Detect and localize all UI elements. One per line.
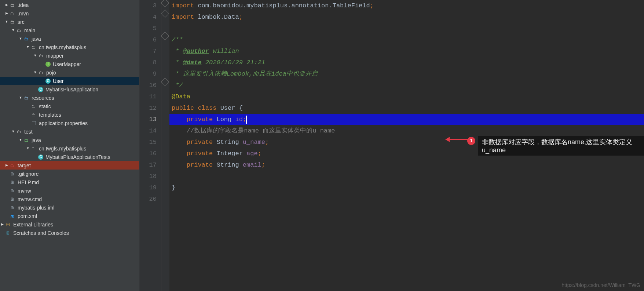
code-line[interactable] (169, 171, 644, 182)
line-number[interactable]: 11 (139, 91, 161, 102)
tree-folder-test[interactable]: ▼🗀test (0, 127, 139, 136)
code-line[interactable]: } (169, 182, 644, 193)
excluded-folder-icon: 🗀 (10, 163, 15, 168)
fold-mark-icon[interactable] (161, 32, 169, 40)
libraries-icon: ⛁ (5, 222, 11, 228)
tree-file-helpmd[interactable]: 🗎HELP.md (0, 178, 139, 186)
line-number[interactable]: 20 (139, 193, 161, 205)
code-line[interactable]: //数据库的字段名是name 而这里实体类中的u_name (169, 125, 644, 137)
tree-file-iml[interactable]: 🗎mybatis-plus.iml (0, 203, 139, 212)
line-number[interactable]: 13 (139, 114, 161, 125)
maven-file-icon: m (10, 213, 15, 219)
code-line[interactable] (169, 193, 644, 205)
javadoc: */ (172, 82, 183, 89)
tree-label: resources (32, 95, 54, 101)
type: String (213, 161, 243, 168)
annotation-text: 非数据库对应字段，数据库名name,这里实体类定义u_name (478, 136, 644, 156)
fold-mark-icon[interactable] (161, 10, 169, 18)
tree-file-mvnwcmd[interactable]: 🗎mvnw.cmd (0, 195, 139, 203)
tree-file-gitignore[interactable]: 🗎.gitignore (0, 170, 139, 178)
tree-label: mvnw (18, 188, 31, 194)
tree-package-pojo[interactable]: ▼🗀pojo (0, 68, 139, 77)
line-number[interactable]: 8 (139, 57, 161, 68)
tree-file-apptests[interactable]: CMybatisPlusApplicationTests (0, 153, 139, 161)
tree-file-usermapper[interactable]: IUserMapper (0, 60, 139, 68)
line-number[interactable]: 14 (139, 125, 161, 137)
project-tree[interactable]: ▶🗀.idea ▶🗀.mvn ▼🗀src ▼🗀main ▼🗀java ▼🗀cn.… (0, 0, 139, 291)
keyword: private (187, 116, 213, 123)
line-number[interactable]: 17 (139, 159, 161, 171)
line-number[interactable]: 16 (139, 148, 161, 159)
tree-label: static (39, 103, 51, 109)
line-number[interactable]: 9 (139, 68, 161, 80)
tree-folder-static[interactable]: 🗀static (0, 102, 139, 110)
code-line[interactable]: public class User { (169, 102, 644, 114)
line-number[interactable]: 3 (139, 0, 161, 11)
tree-file-app[interactable]: CMybatisPlusApplication (0, 85, 139, 94)
tree-file-user[interactable]: CUser (0, 77, 139, 85)
tree-file-mvnw[interactable]: 🗎mvnw (0, 186, 139, 195)
line-number[interactable]: 12 (139, 102, 161, 114)
fold-mark-icon[interactable] (161, 78, 169, 86)
tree-label: mvnw.cmd (18, 196, 42, 202)
line-number[interactable]: 19 (139, 182, 161, 193)
line-number[interactable]: 18 (139, 171, 161, 182)
tree-label: MybatisPlusApplicationTests (45, 154, 110, 160)
code-area[interactable]: import com.baomidou.mybatisplus.annotati… (169, 0, 644, 291)
tree-folder-resources[interactable]: ▼🗀resources (0, 94, 139, 102)
type: String (213, 139, 243, 146)
line-number[interactable]: 10 (139, 80, 161, 91)
code-line[interactable]: */ (169, 80, 644, 91)
code-editor[interactable]: 3 4 5 6 7 8 9 10 11 12 13 14 15 16 17 18… (139, 0, 644, 291)
file-icon: 🗎 (10, 205, 15, 211)
properties-file-icon: 🞎 (31, 120, 37, 126)
code-line[interactable] (169, 23, 644, 34)
tree-label: HELP.md (18, 179, 39, 185)
tree-folder-java-test[interactable]: ▼🗀java (0, 136, 139, 144)
tree-folder-idea[interactable]: ▶🗀.idea (0, 1, 139, 9)
code-line[interactable]: @Data (169, 91, 644, 102)
code-line[interactable]: /** (169, 34, 644, 46)
code-line[interactable]: import lombok.Data; (169, 11, 644, 23)
code-line[interactable]: * 这里要引入依赖Lombok,而且在idea中也要开启 (169, 68, 644, 80)
tree-package-main[interactable]: ▼🗀cn.twgfs.mybatisplus (0, 43, 139, 51)
tree-external-libraries[interactable]: ▶⛁External Libraries (0, 220, 139, 229)
tree-file-pom[interactable]: mpom.xml (0, 212, 139, 220)
fold-mark-icon[interactable] (161, 0, 169, 7)
interface-icon: I (45, 62, 51, 67)
tree-folder-templates[interactable]: 🗀templates (0, 110, 139, 119)
code-line-current[interactable]: private Long id; (169, 114, 644, 125)
code-line[interactable]: import com.baomidou.mybatisplus.annotati… (169, 0, 644, 11)
editor-gutter[interactable]: 3 4 5 6 7 8 9 10 11 12 13 14 15 16 17 18… (139, 0, 161, 291)
tree-label: UserMapper (53, 61, 81, 67)
tree-label: .gitignore (18, 171, 39, 177)
class-icon: C (45, 79, 51, 84)
tree-label: application.properties (39, 120, 88, 126)
tree-folder-mvn[interactable]: ▶🗀.mvn (0, 9, 139, 18)
tree-folder-src[interactable]: ▼🗀src (0, 18, 139, 26)
keyword: private (187, 150, 213, 157)
line-number[interactable]: 7 (139, 46, 161, 57)
source-folder-icon: 🗀 (23, 36, 29, 42)
tree-scratches[interactable]: 🗎Scratches and Consoles (0, 229, 139, 237)
tree-folder-target[interactable]: ▶🗀target (0, 161, 139, 170)
line-number[interactable]: 4 (139, 11, 161, 23)
type: Integer (213, 150, 246, 157)
line-number[interactable]: 6 (139, 34, 161, 46)
tree-folder-main[interactable]: ▼🗀main (0, 26, 139, 34)
file-icon: 🗎 (10, 188, 15, 194)
field: u_name (243, 139, 265, 146)
tree-package-test[interactable]: ▼🗀cn.twgfs.mybatisplus (0, 144, 139, 153)
class-name: User (216, 105, 239, 112)
line-number[interactable]: 5 (139, 23, 161, 34)
tree-folder-java-main[interactable]: ▼🗀java (0, 34, 139, 43)
folder-icon: 🗀 (10, 11, 15, 17)
tree-file-appprops[interactable]: 🞎application.properties (0, 119, 139, 127)
code-line[interactable]: private String email; (169, 159, 644, 171)
line-number[interactable]: 15 (139, 137, 161, 148)
keyword: import (172, 2, 194, 9)
tree-label: templates (39, 112, 61, 118)
code-line[interactable]: * @date 2020/10/29 21:21 (169, 57, 644, 68)
code-line[interactable]: * @author willian (169, 46, 644, 57)
tree-package-mapper[interactable]: ▼🗀mapper (0, 51, 139, 60)
